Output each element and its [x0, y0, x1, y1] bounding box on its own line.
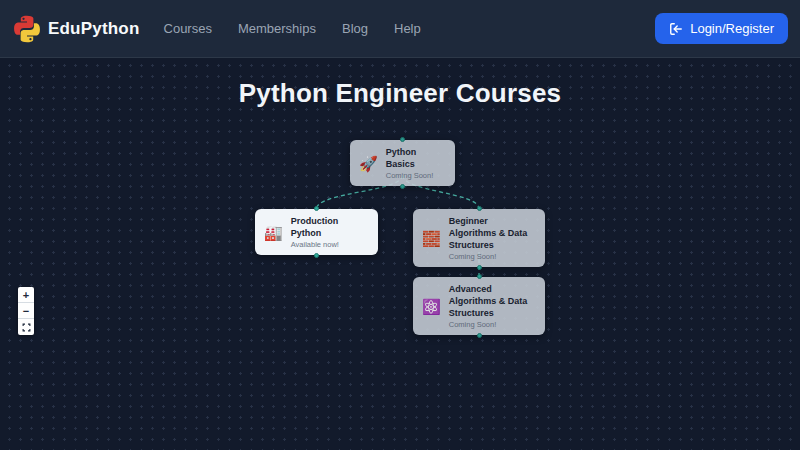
- course-status: Coming Soon!: [449, 252, 535, 261]
- login-register-label: Login/Register: [690, 21, 774, 36]
- factory-icon: 🏭: [264, 225, 283, 240]
- course-title: Advanced Algorithms & Data Structures: [449, 283, 535, 319]
- course-node-python-basics[interactable]: 🚀 Python Basics Coming Soon!: [350, 140, 455, 186]
- course-node-production-python[interactable]: 🏭 Production Python Available now!: [255, 209, 378, 255]
- rocket-icon: 🚀: [359, 156, 378, 171]
- course-status: Available now!: [291, 240, 368, 249]
- fit-view-icon: [22, 323, 31, 332]
- course-status: Coming Soon!: [386, 171, 445, 180]
- nav-item-blog[interactable]: Blog: [342, 21, 368, 36]
- node-handle-top: [477, 274, 482, 279]
- login-register-button[interactable]: Login/Register: [655, 13, 788, 44]
- python-logo-icon: [12, 14, 42, 44]
- nav-item-memberships[interactable]: Memberships: [238, 21, 316, 36]
- top-navbar: EduPython CoursesMembershipsBlogHelp Log…: [0, 0, 800, 58]
- course-title: Beginner Algorithms & Data Structures: [449, 215, 535, 251]
- node-handle-top: [314, 206, 319, 211]
- atom-icon: ⚛️: [422, 299, 441, 314]
- course-flow-canvas[interactable]: Python Engineer Courses 🚀 Python Basics …: [0, 58, 800, 450]
- main-nav: CoursesMembershipsBlogHelp: [164, 21, 421, 36]
- login-icon: [669, 22, 683, 36]
- zoom-out-button[interactable]: −: [18, 303, 34, 319]
- brick-icon: 🧱: [422, 231, 441, 246]
- fit-view-button[interactable]: [18, 319, 34, 335]
- course-node-advanced-algorithms[interactable]: ⚛️ Advanced Algorithms & Data Structures…: [413, 277, 545, 335]
- flow-edges: [0, 58, 800, 450]
- flow-controls: +−: [18, 287, 34, 335]
- zoom-in-button[interactable]: +: [18, 287, 34, 303]
- course-status: Coming Soon!: [449, 320, 535, 329]
- node-handle-top: [400, 137, 405, 142]
- node-handle-top: [477, 206, 482, 211]
- course-title: Python Basics: [386, 146, 445, 170]
- nav-item-courses[interactable]: Courses: [164, 21, 212, 36]
- brand[interactable]: EduPython: [12, 14, 140, 44]
- course-title: Production Python: [291, 215, 368, 239]
- course-node-beginner-algorithms[interactable]: 🧱 Beginner Algorithms & Data Structures …: [413, 209, 545, 267]
- nav-item-help[interactable]: Help: [394, 21, 421, 36]
- brand-name: EduPython: [48, 19, 140, 39]
